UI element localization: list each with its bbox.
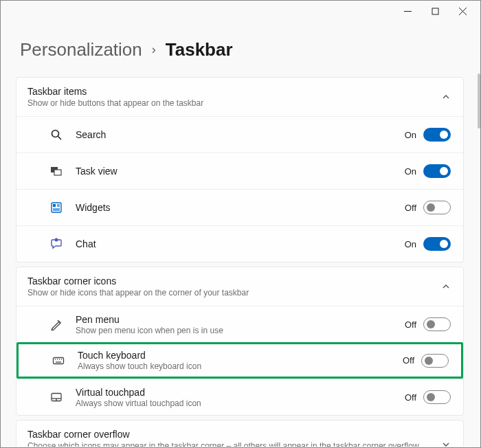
row-label: Virtual touchpad xyxy=(76,387,405,398)
content-area: Personalization › Taskbar Taskbar items … xyxy=(1,21,476,447)
row-touch-keyboard: Touch keyboard Always show touch keyboar… xyxy=(16,342,463,379)
svg-rect-10 xyxy=(57,204,60,207)
toggle-widgets[interactable] xyxy=(423,201,451,214)
row-label: Chat xyxy=(76,238,405,249)
search-icon xyxy=(49,128,63,142)
svg-rect-11 xyxy=(53,208,60,211)
svg-rect-1 xyxy=(432,8,438,14)
toggle-state: On xyxy=(405,239,416,249)
section-title: Taskbar items xyxy=(27,86,441,97)
row-widgets: Widgets Off xyxy=(16,189,463,225)
section-taskbar-items: Taskbar items Show or hide buttons that … xyxy=(16,77,464,262)
settings-window: Personalization › Taskbar Taskbar items … xyxy=(0,0,481,448)
row-sublabel: Show pen menu icon when pen is in use xyxy=(76,326,405,335)
row-label: Widgets xyxy=(76,202,405,213)
toggle-state: Off xyxy=(405,203,416,213)
section-corner-overflow: Taskbar corner overflow Choose which ico… xyxy=(16,420,464,447)
row-sublabel: Always show touch keyboard icon xyxy=(78,361,403,371)
svg-point-12 xyxy=(55,238,58,242)
chevron-up-icon xyxy=(441,92,451,102)
toggle-pen-menu[interactable] xyxy=(423,317,451,331)
row-virtual-touchpad: Virtual touchpad Always show virtual tou… xyxy=(16,379,463,415)
scrollbar-thumb[interactable] xyxy=(478,74,480,128)
toggle-virtual-touchpad[interactable] xyxy=(423,390,451,404)
svg-rect-13 xyxy=(54,357,64,363)
touchpad-icon xyxy=(49,390,63,404)
svg-point-4 xyxy=(52,131,59,137)
toggle-state: Off xyxy=(403,355,414,366)
toggle-task-view[interactable] xyxy=(423,164,451,178)
row-task-view: Task view On xyxy=(16,153,463,189)
toggle-touch-keyboard[interactable] xyxy=(421,354,449,368)
keyboard-icon xyxy=(52,354,65,368)
breadcrumb: Personalization › Taskbar xyxy=(1,21,476,77)
page-title: Taskbar xyxy=(166,39,233,60)
section-title: Taskbar corner icons xyxy=(27,276,441,287)
chevron-right-icon: › xyxy=(152,43,156,57)
close-button[interactable] xyxy=(449,1,476,21)
row-chat: Chat On xyxy=(16,225,463,262)
toggle-state: On xyxy=(405,130,416,140)
chevron-down-icon xyxy=(441,440,451,447)
section-header-corner-icons[interactable]: Taskbar corner icons Show or hide icons … xyxy=(16,267,463,306)
minimize-button[interactable] xyxy=(394,1,421,21)
section-subtitle: Show or hide icons that appear on the co… xyxy=(27,288,441,298)
widgets-icon xyxy=(49,201,63,214)
row-label: Search xyxy=(76,129,405,140)
breadcrumb-parent[interactable]: Personalization xyxy=(20,39,142,60)
row-label: Task view xyxy=(76,166,405,177)
section-subtitle: Choose which icons may appear in the tas… xyxy=(27,441,441,447)
toggle-state: On xyxy=(405,166,416,177)
chevron-up-icon xyxy=(441,282,451,291)
section-header-taskbar-items[interactable]: Taskbar items Show or hide buttons that … xyxy=(16,78,463,116)
chat-icon xyxy=(49,237,63,251)
toggle-chat[interactable] xyxy=(423,237,451,251)
svg-line-5 xyxy=(58,137,62,140)
row-search: Search On xyxy=(16,116,463,153)
row-label: Pen menu xyxy=(76,314,405,325)
section-subtitle: Show or hide buttons that appear on the … xyxy=(27,98,441,108)
row-pen-menu: Pen menu Show pen menu icon when pen is … xyxy=(16,306,463,342)
svg-rect-9 xyxy=(53,204,56,207)
task-view-icon xyxy=(49,164,63,178)
section-corner-icons: Taskbar corner icons Show or hide icons … xyxy=(16,267,464,416)
row-label: Touch keyboard xyxy=(78,350,403,361)
toggle-state: Off xyxy=(405,320,416,330)
svg-rect-7 xyxy=(54,170,61,175)
section-title: Taskbar corner overflow xyxy=(27,429,441,440)
titlebar xyxy=(1,1,480,21)
pen-icon xyxy=(49,317,63,331)
toggle-state: Off xyxy=(405,392,416,403)
row-sublabel: Always show virtual touchpad icon xyxy=(76,399,405,408)
maximize-button[interactable] xyxy=(421,1,449,21)
section-header-corner-overflow[interactable]: Taskbar corner overflow Choose which ico… xyxy=(16,421,463,447)
toggle-search[interactable] xyxy=(423,128,451,142)
